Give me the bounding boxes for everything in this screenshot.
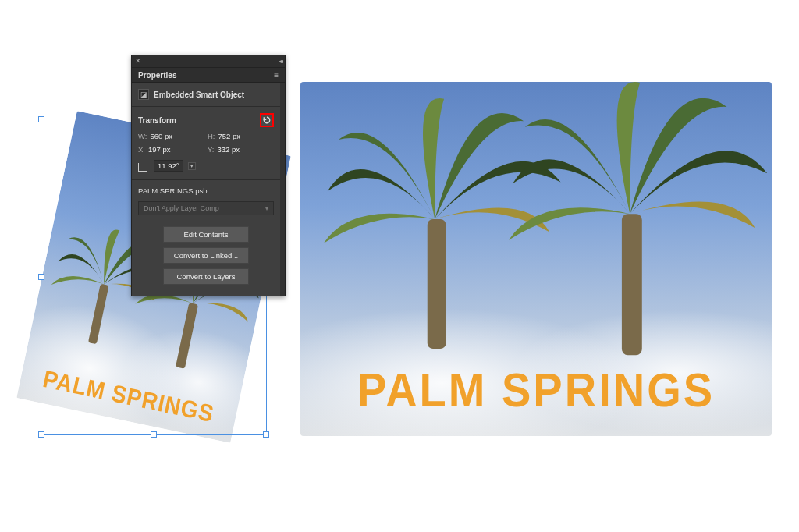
handle-bottom-left[interactable] <box>38 431 44 438</box>
action-buttons: Edit Contents Convert to Linked... Conve… <box>132 223 280 296</box>
layer-comp-placeholder: Don't Apply Layer Comp <box>144 204 219 212</box>
object-type-label: Embedded Smart Object <box>154 90 244 99</box>
tab-properties[interactable]: Properties <box>138 71 176 80</box>
width-field[interactable]: W: 560 px <box>138 132 204 140</box>
panel-body: ◪ Embedded Smart Object Transform W: 560… <box>132 83 285 296</box>
angle-icon <box>138 161 149 172</box>
layer-comp-select: Don't Apply Layer Comp ▾ <box>138 201 274 215</box>
convert-to-linked-button[interactable]: Convert to Linked... <box>163 247 249 264</box>
edit-contents-button[interactable]: Edit Contents <box>163 226 249 243</box>
width-value: 560 px <box>150 132 172 140</box>
x-field[interactable]: X: 197 px <box>138 145 204 154</box>
height-label: H: <box>208 132 215 140</box>
reset-transform-button[interactable] <box>260 113 274 127</box>
object-type-row: ◪ Embedded Smart Object <box>132 83 280 107</box>
chevron-down-icon: ▾ <box>265 205 268 212</box>
width-label: W: <box>138 132 147 140</box>
transform-grid: W: 560 px H: 752 px X: 197 px Y: 332 px <box>132 130 280 155</box>
rotation-stepper-icon[interactable]: ▾ <box>188 162 196 170</box>
handle-bottom[interactable] <box>151 431 157 438</box>
filename-label: PALM SPRINGS.psb <box>132 180 280 198</box>
y-field[interactable]: Y: 332 px <box>208 145 274 154</box>
smart-object-icon: ◪ <box>138 89 149 100</box>
panel-menu-icon[interactable]: ≡ <box>274 71 279 80</box>
rotation-row: 11.92° ▾ <box>132 155 280 180</box>
height-field[interactable]: H: 752 px <box>208 132 274 140</box>
y-value: 332 px <box>217 145 240 154</box>
collapse-icon[interactable]: ◂◂ <box>279 58 282 65</box>
y-label: Y: <box>208 145 214 154</box>
palm-image-large: PALM SPRINGS <box>300 82 772 436</box>
properties-panel: ✕ ◂◂ Properties ≡ ◪ Embedded Smart Objec… <box>131 55 286 296</box>
rotation-field[interactable]: 11.92° <box>154 160 183 172</box>
palm-tree-right-large <box>499 82 772 365</box>
transform-label: Transform <box>138 116 260 125</box>
convert-to-layers-button[interactable]: Convert to Layers <box>163 268 249 285</box>
right-preview: PALM SPRINGS <box>300 82 772 436</box>
panel-tabs: Properties ≡ <box>132 68 285 83</box>
handle-top-left[interactable] <box>38 116 44 122</box>
height-value: 752 px <box>218 132 241 140</box>
transform-section-header: Transform <box>132 107 280 130</box>
panel-header[interactable]: ✕ ◂◂ <box>132 55 285 68</box>
x-value: 197 px <box>148 145 171 154</box>
reset-icon <box>262 115 272 125</box>
x-label: X: <box>138 145 145 154</box>
handle-bottom-right[interactable] <box>263 431 269 438</box>
close-icon[interactable]: ✕ <box>135 58 141 65</box>
artwork-title-large: PALM SPRINGS <box>310 362 762 418</box>
